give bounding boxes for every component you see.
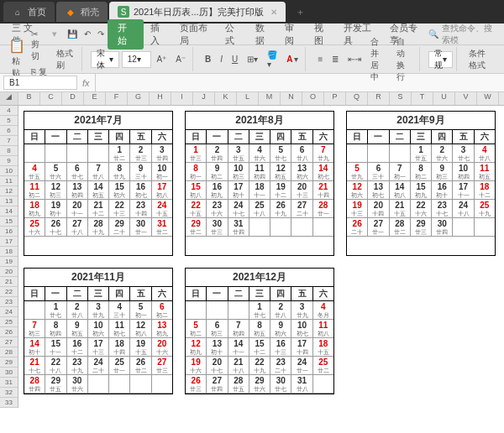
tab-dock[interactable]: ◆稻壳 — [56, 2, 108, 22]
calendar-day: 16十二 — [67, 338, 88, 357]
row-header[interactable]: 4 — [0, 106, 18, 116]
row-header[interactable]: 9 — [0, 156, 18, 166]
col-header[interactable]: Q — [346, 92, 368, 105]
save-icon[interactable]: 💾 — [64, 28, 81, 40]
search-box[interactable]: 🔍查找命令、搜索模 — [428, 23, 499, 46]
row-header[interactable]: 27 — [0, 337, 18, 347]
menu-layout[interactable]: 页面布局 — [173, 19, 218, 50]
row-header[interactable]: 33 — [0, 398, 18, 408]
row-header[interactable]: 12 — [0, 186, 18, 196]
underline-icon[interactable]: U — [228, 53, 241, 65]
redo-icon[interactable]: ↷ — [94, 28, 108, 40]
calendar-day: 1廿二 — [109, 144, 130, 163]
col-header[interactable]: G — [128, 92, 150, 105]
col-header[interactable]: L — [237, 92, 259, 105]
calendar-day: 9初二 — [207, 163, 228, 181]
col-header[interactable]: J — [193, 92, 215, 105]
cut-button[interactable]: ✂ 剪切 — [28, 28, 50, 64]
indent-icon[interactable]: ⇤⇥ — [344, 53, 365, 65]
row-header[interactable]: 31 — [0, 378, 18, 388]
menu-data[interactable]: 数据 — [249, 19, 278, 50]
col-header[interactable]: R — [368, 92, 390, 105]
font-shrink-icon[interactable]: A⁻ — [172, 53, 189, 65]
menu-start[interactable]: 开始 — [108, 19, 144, 50]
row-header[interactable]: 8 — [0, 146, 18, 156]
col-header[interactable]: S — [390, 92, 412, 105]
formula-input[interactable] — [95, 74, 504, 91]
row-header[interactable]: 28 — [0, 347, 18, 357]
calendar-day: 12初五 — [270, 163, 291, 181]
name-box[interactable]: B1 — [3, 76, 77, 90]
row-header[interactable]: 15 — [0, 216, 18, 227]
row-header[interactable]: 5 — [0, 116, 18, 126]
font-grow-icon[interactable]: A⁺ — [154, 53, 171, 65]
col-header[interactable]: I — [171, 92, 193, 105]
col-header[interactable]: D — [62, 92, 84, 105]
undo-icon[interactable]: ↶ — [81, 28, 94, 40]
row-header[interactable]: 14 — [0, 206, 18, 216]
paste-icon[interactable]: 📋 — [8, 38, 25, 54]
calendar: 2021年12月日一二三四五六1廿七2廿八3廿九4冬月5初二6初三7初四8初五9… — [185, 268, 334, 394]
grid[interactable]: 2021年7月日一二三四五六1廿二2廿三3廿四4廿五5廿六6廿七7廿八8廿九9三… — [18, 106, 504, 433]
row-header[interactable]: 13 — [0, 196, 18, 206]
row-header[interactable]: 21 — [0, 277, 18, 287]
size-combo[interactable]: 12 ▾ — [122, 51, 151, 68]
align-icon[interactable]: ≡ — [314, 53, 326, 65]
col-header[interactable]: P — [324, 92, 346, 105]
row-header[interactable]: 32 — [0, 388, 18, 398]
calendar-day: 5初一 — [130, 301, 151, 320]
col-header[interactable]: M — [259, 92, 281, 105]
fill-icon[interactable]: 🪣▾ — [264, 49, 281, 70]
row-header[interactable]: 22 — [0, 287, 18, 297]
format-brush[interactable]: 格式刷 — [53, 46, 77, 73]
row-header[interactable]: 23 — [0, 297, 18, 307]
col-header[interactable]: C — [40, 92, 62, 105]
row-header[interactable]: 10 — [0, 166, 18, 176]
row-header[interactable]: 20 — [0, 267, 18, 277]
calendar-day: 10初六 — [88, 320, 109, 338]
col-header[interactable]: T — [412, 92, 433, 105]
col-header[interactable]: V — [455, 92, 477, 105]
close-icon[interactable]: ✕ — [270, 8, 277, 17]
italic-icon[interactable]: I — [217, 53, 226, 65]
row-header[interactable]: 25 — [0, 317, 18, 327]
row-header[interactable]: 17 — [0, 237, 18, 247]
fx-icon[interactable]: fx — [77, 78, 95, 88]
calendar-day: 25廿一 — [109, 357, 130, 375]
menu-insert[interactable]: 插入 — [144, 19, 173, 50]
font-combo[interactable]: 宋体 ▾ — [91, 51, 119, 68]
condfmt-button[interactable]: 条件格式 — [465, 46, 496, 73]
col-header[interactable]: B — [18, 92, 40, 105]
valign-icon[interactable]: ≣ — [328, 53, 342, 65]
col-header[interactable]: W — [477, 92, 499, 105]
col-header[interactable]: U — [433, 92, 455, 105]
menu-view[interactable]: 视图 — [307, 19, 337, 50]
row-header[interactable]: 26 — [0, 327, 18, 337]
row-header[interactable]: 11 — [0, 176, 18, 186]
calendar-day: 4冬月 — [313, 301, 333, 320]
col-header[interactable]: N — [281, 92, 302, 105]
select-all[interactable]: ◢ — [0, 92, 18, 105]
col-header[interactable]: F — [106, 92, 128, 105]
col-header[interactable]: K — [215, 92, 237, 105]
row-header[interactable]: 16 — [0, 227, 18, 237]
border-icon[interactable]: ⊞▾ — [244, 53, 261, 65]
col-header[interactable]: H — [150, 92, 171, 105]
row-header[interactable]: 6 — [0, 126, 18, 136]
row-header[interactable]: 19 — [0, 257, 18, 267]
weekday-header: 四 — [109, 130, 130, 144]
color-icon[interactable]: A▾ — [283, 53, 302, 65]
menu-formula[interactable]: 公式 — [218, 19, 248, 50]
bold-icon[interactable]: B — [202, 53, 214, 65]
col-header[interactable]: E — [84, 92, 106, 105]
row-header[interactable]: 18 — [0, 247, 18, 257]
calendar-day: 4三十 — [109, 301, 130, 320]
calendar-day: 13初六 — [291, 163, 312, 181]
row-header[interactable]: 29 — [0, 357, 18, 368]
menu-review[interactable]: 审阅 — [278, 19, 307, 50]
row-header[interactable]: 30 — [0, 368, 18, 378]
format-combo[interactable]: 常规 ▾ — [428, 51, 453, 68]
row-header[interactable]: 24 — [0, 307, 18, 317]
col-header[interactable]: O — [302, 92, 324, 105]
row-header[interactable]: 7 — [0, 136, 18, 146]
